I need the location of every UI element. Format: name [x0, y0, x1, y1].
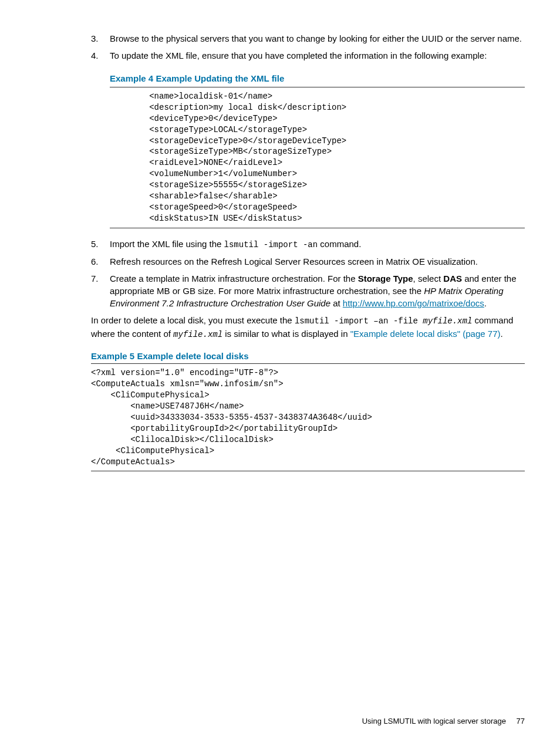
docs-link[interactable]: http://www.hp.com/go/matrixoe/docs: [343, 298, 484, 308]
step-number: 5.: [91, 238, 99, 250]
cross-reference[interactable]: "Example delete local disks" (page 77): [350, 329, 501, 339]
step-3: 3. Browse to the physical servers that y…: [91, 32, 525, 45]
text: is similar to what is displayed in: [222, 329, 350, 339]
inline-code-italic: myfile.xml: [173, 330, 222, 339]
page: 3. Browse to the physical servers that y…: [0, 0, 560, 746]
delete-paragraph: In order to delete a local disk, you mus…: [91, 314, 525, 340]
inline-code: lsmutil -import –an -file: [295, 316, 423, 326]
text: .: [484, 298, 487, 308]
step-text: Browse to the physical servers that you …: [110, 33, 522, 43]
step-number: 7.: [91, 272, 99, 285]
step-text: To update the XML file, ensure that you …: [110, 50, 487, 60]
example-4-title: Example 4 Example Updating the XML file: [110, 72, 525, 85]
step-6: 6. Refresh resources on the Refresh Logi…: [91, 255, 525, 268]
inline-code-italic: myfile.xml: [423, 316, 472, 326]
step-number: 4.: [91, 49, 99, 62]
bold-text: Storage Type: [358, 274, 413, 283]
text: at: [330, 298, 343, 308]
step-number: 6.: [91, 255, 99, 268]
step-text-pre: Import the XML file using the: [110, 239, 224, 249]
example-5-code: <?xml version="1.0" encoding="UTF-8"?> <…: [91, 363, 525, 471]
text: , select: [413, 274, 444, 283]
bold-text: DAS: [443, 274, 462, 283]
step-number: 3.: [91, 32, 99, 45]
footer-text: Using LSMUTIL with logical server storag…: [362, 717, 506, 725]
step-text-post: command.: [318, 239, 361, 249]
step-text: Refresh resources on the Refresh Logical…: [110, 256, 478, 266]
page-footer: Using LSMUTIL with logical server storag…: [362, 717, 525, 725]
inline-code: lsmutil -import -an: [224, 240, 318, 249]
text: In order to delete a local disk, you mus…: [91, 315, 295, 325]
step-4: 4. To update the XML file, ensure that y…: [91, 49, 525, 228]
step-5: 5. Import the XML file using the lsmutil…: [91, 238, 525, 251]
page-number: 77: [517, 717, 525, 725]
text: Create a template in Matrix infrastructu…: [110, 274, 358, 283]
step-7: 7. Create a template in Matrix infrastru…: [91, 272, 525, 309]
example-4-code: <name>localdisk-01</name> <description>m…: [110, 87, 525, 228]
text: .: [501, 329, 503, 339]
example-5-title: Example 5 Example delete local disks: [91, 351, 525, 361]
ordered-list: 3. Browse to the physical servers that y…: [91, 32, 525, 309]
